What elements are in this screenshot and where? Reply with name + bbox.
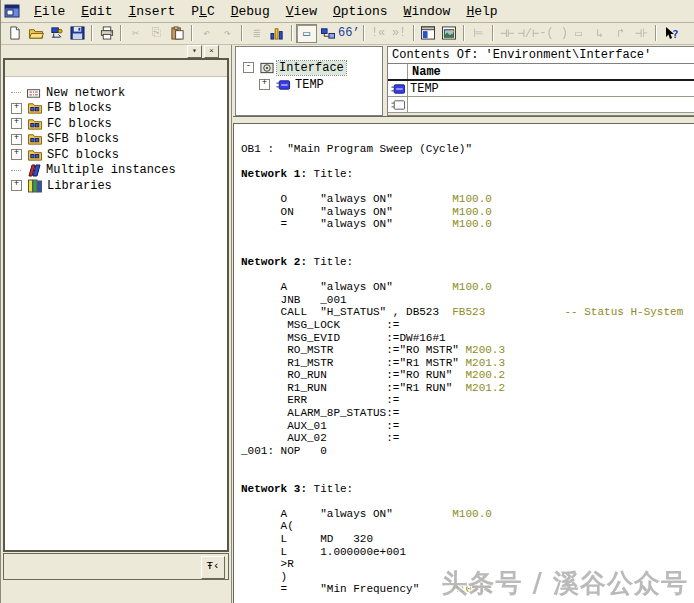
menu-window[interactable]: Window bbox=[396, 2, 459, 21]
close-button[interactable]: × bbox=[204, 45, 219, 58]
menu-file[interactable]: File bbox=[26, 2, 73, 21]
expand-icon[interactable]: + bbox=[11, 180, 22, 191]
expand-icon[interactable]: + bbox=[11, 134, 22, 145]
folder-icon bbox=[27, 101, 44, 115]
declaration-name: TEMP bbox=[408, 82, 439, 96]
undo-icon[interactable]: ↶ bbox=[196, 24, 217, 43]
empty-box-icon[interactable]: ▭ bbox=[568, 24, 589, 43]
copy-icon[interactable]: ⎘ bbox=[146, 24, 167, 43]
split-window-icon[interactable] bbox=[418, 24, 439, 43]
interface-tree-panel: - Interface + TEMP bbox=[235, 46, 383, 116]
overview-window-icon[interactable] bbox=[439, 24, 460, 43]
redo-icon[interactable]: ↷ bbox=[217, 24, 238, 43]
contents-panel: Contents Of: 'Environment\Interface' Nam… bbox=[387, 46, 694, 116]
code-line: _001: NOP 0 bbox=[241, 445, 694, 458]
reference-data-icon[interactable] bbox=[267, 24, 288, 43]
code-line: A "always ON" M100.0 bbox=[241, 281, 694, 294]
stl-code-editor[interactable]: OB1 : "Main Program Sweep (Cycle)" Netwo… bbox=[233, 124, 694, 603]
symbol-information-icon[interactable]: 66’ bbox=[338, 24, 360, 43]
tree-item-new-network[interactable]: New network bbox=[11, 85, 227, 101]
help-cursor-icon[interactable]: ? bbox=[660, 24, 681, 43]
expand-icon[interactable]: + bbox=[11, 149, 22, 160]
next-error-icon[interactable]: »! bbox=[389, 24, 410, 43]
svg-text:?: ? bbox=[672, 28, 679, 41]
menu-insert[interactable]: Insert bbox=[120, 2, 183, 21]
interface-root-item[interactable]: - Interface bbox=[236, 59, 382, 76]
menu-view[interactable]: View bbox=[278, 2, 325, 21]
tree-item-fb-blocks[interactable]: +FB blocks bbox=[11, 101, 227, 117]
horizontal-splitter[interactable] bbox=[233, 116, 694, 124]
insert-segment-icon[interactable]: ⊣⊦ bbox=[631, 24, 652, 43]
code-line bbox=[241, 180, 694, 193]
tree-item-sfb-blocks[interactable]: +SFB blocks bbox=[11, 132, 227, 148]
save-icon[interactable] bbox=[67, 24, 88, 43]
toolbar-separator bbox=[655, 25, 657, 41]
temp-icon bbox=[275, 78, 293, 92]
declaration-row[interactable]: TEMP bbox=[388, 81, 694, 97]
menu-debug[interactable]: Debug bbox=[223, 2, 278, 21]
code-line: O "always ON" M100.0 bbox=[241, 193, 694, 206]
contact-no-icon[interactable]: ⊣⊢ bbox=[497, 24, 518, 43]
code-line bbox=[241, 155, 694, 168]
code-line: MSG_LOCK := bbox=[241, 319, 694, 332]
collapse-icon[interactable]: - bbox=[243, 62, 254, 73]
code-line: RO_MSTR :="RO MSTR" M200.3 bbox=[241, 344, 694, 357]
cut-icon[interactable]: ✂ bbox=[125, 24, 146, 43]
toolbar-separator bbox=[191, 25, 193, 41]
contact-nc-icon[interactable]: ⊣/⊢ bbox=[518, 24, 540, 43]
open-branch-icon[interactable]: ↳ bbox=[589, 24, 610, 43]
toolbar-separator bbox=[413, 25, 415, 41]
folder-icon bbox=[27, 132, 44, 146]
paste-icon[interactable] bbox=[167, 24, 188, 43]
toolbar-separator bbox=[363, 25, 365, 41]
open-station-icon[interactable] bbox=[46, 24, 67, 43]
block-overview-panel: New network+FB blocks+FC blocks+SFB bloc… bbox=[3, 58, 229, 552]
menu-help[interactable]: Help bbox=[458, 2, 505, 21]
menu-edit[interactable]: Edit bbox=[73, 2, 120, 21]
toolbar-separator bbox=[492, 25, 494, 41]
new-file-icon[interactable] bbox=[4, 24, 25, 43]
expand-icon[interactable]: + bbox=[259, 79, 270, 90]
tree-item-label: FC blocks bbox=[47, 117, 112, 131]
tree-item-label: Multiple instances bbox=[46, 163, 176, 177]
interface-root-label: Interface bbox=[277, 61, 346, 75]
tree-item-label: SFB blocks bbox=[47, 132, 119, 146]
vertical-divider[interactable] bbox=[231, 45, 232, 603]
previous-error-icon[interactable]: !« bbox=[368, 24, 389, 43]
menu-items: FileEditInsertPLCDebugViewOptionsWindowH… bbox=[26, 2, 506, 21]
expand-icon[interactable]: + bbox=[11, 103, 22, 114]
temp-item[interactable]: + TEMP bbox=[236, 76, 382, 93]
expand-icon[interactable]: + bbox=[11, 118, 22, 129]
coil-icon[interactable]: -( ) bbox=[539, 24, 568, 43]
chevron-down-button[interactable]: ▾ bbox=[187, 45, 202, 58]
tree-item-sfc-blocks[interactable]: +SFC blocks bbox=[11, 147, 227, 163]
code-line bbox=[241, 470, 694, 483]
connections-icon[interactable] bbox=[317, 24, 338, 43]
contents-column-header[interactable]: Name bbox=[388, 64, 694, 81]
close-branch-icon[interactable]: ↱ bbox=[610, 24, 631, 43]
menu-plc[interactable]: PLC bbox=[183, 2, 222, 21]
code-line: CALL "H_STATUS" , DB523 FB523 -- Status … bbox=[241, 306, 694, 319]
app-icon[interactable] bbox=[4, 4, 22, 19]
menu-options[interactable]: Options bbox=[325, 2, 396, 21]
open-file-icon[interactable] bbox=[25, 24, 46, 43]
tree-item-libraries[interactable]: +Libraries bbox=[11, 178, 227, 194]
print-icon[interactable] bbox=[96, 24, 117, 43]
code-line: AUX_02 := bbox=[241, 432, 694, 445]
tree-connector bbox=[11, 92, 21, 93]
code-line bbox=[241, 130, 694, 143]
program-elements-tab[interactable]: Ŧ‹ bbox=[201, 556, 225, 579]
address-identification-icon[interactable]: ⊨ bbox=[468, 24, 489, 43]
temp-label: TEMP bbox=[293, 78, 326, 92]
tree-item-multiple-instances[interactable]: Multiple instances bbox=[11, 163, 227, 179]
tree-item-fc-blocks[interactable]: +FC blocks bbox=[11, 116, 227, 132]
tree-item-label: Libraries bbox=[47, 179, 112, 193]
folder-icon bbox=[27, 117, 44, 131]
network-view-icon[interactable]: ▭ bbox=[296, 24, 317, 43]
block-tree: New network+FB blocks+FC blocks+SFB bloc… bbox=[5, 77, 227, 194]
icon-column bbox=[388, 64, 408, 79]
folder-icon bbox=[27, 148, 44, 162]
toolbar-separator bbox=[291, 25, 293, 41]
declaration-row[interactable] bbox=[388, 97, 694, 113]
call-structure-icon[interactable]: ≣ bbox=[246, 24, 267, 43]
